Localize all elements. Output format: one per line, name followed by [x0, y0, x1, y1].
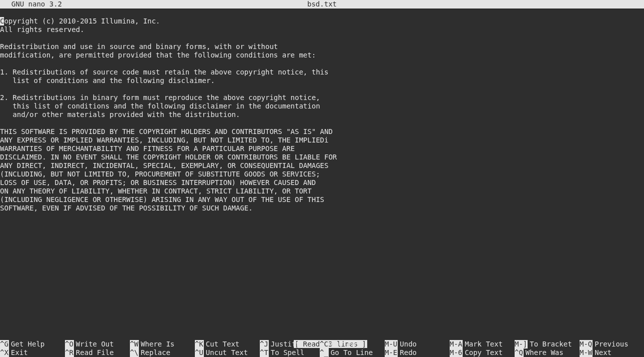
shortcut-key: ^G: [0, 340, 9, 348]
shortcut-key: M-U: [385, 340, 398, 348]
shortcut-key: ^J: [260, 340, 269, 348]
shortcut-desc: Where Is: [139, 340, 174, 348]
shortcut-key: ^O: [65, 340, 74, 348]
text-line[interactable]: THIS SOFTWARE IS PROVIDED BY THE COPYRIG…: [0, 128, 644, 136]
text-line[interactable]: Redistribution and use in source and bin…: [0, 42, 644, 51]
shortcut-item[interactable]: ^JJustify: [260, 340, 320, 348]
text-line[interactable]: list of conditions and the following dis…: [0, 76, 644, 85]
app-name: GNU nano 3.2: [0, 0, 62, 8]
shortcut-key: ^W: [130, 340, 139, 348]
shortcut-item[interactable]: ^OWrite Out: [65, 340, 130, 348]
shortcut-key: ^U: [195, 348, 204, 357]
shortcut-desc: Read File: [74, 348, 114, 357]
text-line[interactable]: [0, 85, 644, 94]
shortcut-item[interactable]: M-AMark Text: [450, 340, 515, 348]
shortcut-item[interactable]: ^UUncut Text: [195, 348, 260, 357]
shortcut-item[interactable]: ^WWhere Is: [130, 340, 195, 348]
blank-line: [0, 8, 644, 17]
shortcut-item[interactable]: M-QPrevious: [580, 340, 640, 348]
text-line[interactable]: [0, 34, 644, 42]
shortcut-desc: To Bracket: [528, 340, 572, 348]
shortcut-desc: Previous: [593, 340, 628, 348]
shortcut-desc: Copy Text: [463, 348, 503, 357]
shortcut-desc: Undo: [398, 340, 417, 348]
shortcut-key: M-]: [515, 340, 528, 348]
shortcut-key: ^C: [320, 340, 329, 348]
shortcut-item[interactable]: M-]To Bracket: [515, 340, 580, 348]
shortcut-item[interactable]: ^XExit: [0, 348, 65, 357]
text-line[interactable]: SOFTWARE, EVEN IF ADVISED OF THE POSSIBI…: [0, 204, 644, 212]
shortcut-key: ^\: [130, 348, 139, 357]
text-line[interactable]: ANY DIRECT, INDIRECT, INCIDENTAL, SPECIA…: [0, 162, 644, 170]
shortcut-item[interactable]: ^TTo Spell: [260, 348, 320, 357]
text-line[interactable]: Copyright (c) 2010-2015 Illumina, Inc.: [0, 17, 644, 26]
shortcut-bar: ^GGet Help^OWrite Out^WWhere Is^KCut Tex…: [0, 340, 644, 357]
text-line[interactable]: ON ANY THEORY OF LIABILITY, WHETHER IN C…: [0, 187, 644, 196]
shortcut-key: ^R: [65, 348, 74, 357]
shortcut-desc: Cut Text: [204, 340, 239, 348]
shortcut-item[interactable]: M-6Copy Text: [450, 348, 515, 357]
text-line[interactable]: All rights reserved.: [0, 26, 644, 34]
shortcut-key: M-A: [450, 340, 463, 348]
shortcut-key: ^K: [195, 340, 204, 348]
shortcut-item[interactable]: ^RRead File: [65, 348, 130, 357]
text-line[interactable]: ANY EXPRESS OR IMPLIED WARRANTIES, INCLU…: [0, 136, 644, 144]
shortcut-item[interactable]: M-WNext: [580, 348, 640, 357]
shortcut-desc: Mark Text: [463, 340, 503, 348]
text-line[interactable]: 1. Redistributions of source code must r…: [0, 68, 644, 76]
shortcut-row: ^XExit^RRead File^\Replace^UUncut Text^T…: [0, 348, 644, 357]
shortcut-desc: Write Out: [74, 340, 114, 348]
shortcut-desc: Exit: [9, 348, 28, 357]
text-line[interactable]: 2. Redistributions in binary form must r…: [0, 94, 644, 102]
shortcut-item[interactable]: ^GGet Help: [0, 340, 65, 348]
text-line[interactable]: (INCLUDING NEGLIGENCE OR OTHERWISE) ARIS…: [0, 196, 644, 204]
text-line[interactable]: this list of conditions and the followin…: [0, 102, 644, 110]
shortcut-key: M-Q: [580, 340, 593, 348]
shortcut-key: ^_: [320, 348, 329, 357]
shortcut-item[interactable]: ^CCur Pos: [320, 340, 385, 348]
nano-screen: GNU nano 3.2 bsd.txt Copyright (c) 2010-…: [0, 0, 644, 357]
text-line[interactable]: (INCLUDING, BUT NOT LIMITED TO, PROCUREM…: [0, 170, 644, 178]
title-bar: GNU nano 3.2 bsd.txt: [0, 0, 644, 8]
shortcut-row: ^GGet Help^OWrite Out^WWhere Is^KCut Tex…: [0, 340, 644, 348]
text-line[interactable]: [0, 119, 644, 128]
text-line[interactable]: and/or other materials provided with the…: [0, 110, 644, 119]
shortcut-desc: To Spell: [269, 348, 304, 357]
shortcut-key: M-W: [580, 348, 593, 357]
editor-area[interactable]: Copyright (c) 2010-2015 Illumina, Inc.Al…: [0, 17, 644, 332]
shortcut-desc: Get Help: [9, 340, 44, 348]
text-line[interactable]: [0, 60, 644, 68]
shortcut-desc: Where Was: [524, 348, 564, 357]
shortcut-desc: Justify: [269, 340, 300, 348]
shortcut-desc: Replace: [139, 348, 170, 357]
shortcut-key: M-6: [450, 348, 463, 357]
shortcut-desc: Next: [593, 348, 612, 357]
shortcut-desc: Redo: [398, 348, 417, 357]
shortcut-item[interactable]: ^QWhere Was: [515, 348, 580, 357]
shortcut-item[interactable]: M-ERedo: [385, 348, 450, 357]
status-bar: [ Read 23 lines ]: [0, 332, 644, 340]
shortcut-desc: Go To Line: [329, 348, 373, 357]
shortcut-desc: Cur Pos: [329, 340, 360, 348]
shortcut-key: M-E: [385, 348, 398, 357]
shortcut-item[interactable]: ^_Go To Line: [320, 348, 385, 357]
text-line[interactable]: WARRANTIES OF MERCHANTABILITY AND FITNES…: [0, 144, 644, 153]
shortcut-key: ^X: [0, 348, 9, 357]
text-line[interactable]: LOSS OF USE, DATA, OR PROFITS; OR BUSINE…: [0, 178, 644, 187]
shortcut-item[interactable]: ^\Replace: [130, 348, 195, 357]
shortcut-key: ^T: [260, 348, 269, 357]
text-line[interactable]: modification, are permitted provided tha…: [0, 51, 644, 60]
file-name: bsd.txt: [0, 0, 644, 8]
shortcut-item[interactable]: M-UUndo: [385, 340, 450, 348]
text-line[interactable]: DISCLAIMED. IN NO EVENT SHALL THE COPYRI…: [0, 153, 644, 162]
shortcut-key: ^Q: [515, 348, 524, 357]
shortcut-desc: Uncut Text: [204, 348, 248, 357]
shortcut-item[interactable]: ^KCut Text: [195, 340, 260, 348]
